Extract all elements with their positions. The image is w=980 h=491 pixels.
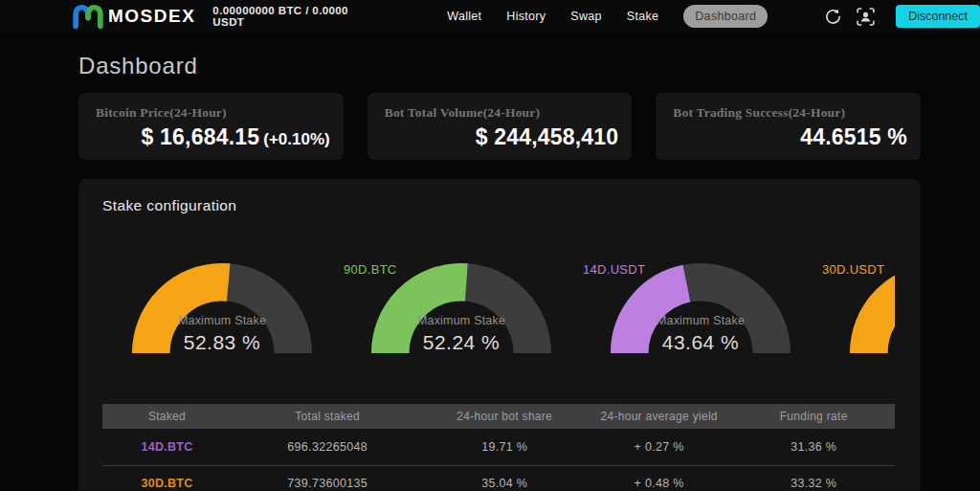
stat-card-trading-success: Bot Trading Success(24-Hour) 44.6515 % <box>656 93 921 160</box>
stats-row: Bitcoin Price(24-Hour) $ 16,684.15(+0.10… <box>78 93 921 160</box>
header-actions: Disconnect <box>823 5 980 28</box>
staked-asset-label: 30D.BTC <box>102 465 232 491</box>
stake-gauge: 90D.BTC Maximum Stake 52.24 % <box>342 249 581 378</box>
column-header-bot-share: 24-hour bot share <box>423 404 586 429</box>
mosdex-logo-icon <box>72 3 104 30</box>
nav-item-stake[interactable]: Stake <box>627 10 658 23</box>
column-header-average-yield: 24-hour average yield <box>586 404 732 429</box>
disconnect-button[interactable]: Disconnect <box>896 5 980 28</box>
stake-configuration-panel: Stake configuration Maximum Stake 52.83 … <box>78 179 921 491</box>
column-header-total-staked: Total staked <box>232 404 423 429</box>
stake-gauge: Maximum Stake 52.83 % <box>102 249 342 378</box>
average-yield-value: + 0.48 % <box>586 465 732 491</box>
stake-table: Staked Total staked 24-hour bot share 24… <box>102 404 895 491</box>
nav-item-swap[interactable]: Swap <box>570 10 601 23</box>
stat-change: (+0.10%) <box>263 130 329 148</box>
refresh-icon[interactable] <box>823 7 842 26</box>
account-scan-icon[interactable] <box>856 7 875 26</box>
stat-title: Bitcoin Price(24-Hour) <box>96 105 330 121</box>
table-row: 14D.BTC 696.32265048 19.71 % + 0.27 % 31… <box>102 429 895 465</box>
total-staked-value: 696.32265048 <box>232 429 423 465</box>
stake-gauge-carousel[interactable]: Maximum Stake 52.83 % 90D.BTC Maximum St… <box>102 249 895 378</box>
column-header-funding-rate: Funding rate <box>732 404 895 429</box>
staked-asset-label: 14D.BTC <box>102 429 232 465</box>
stat-card-bitcoin-price: Bitcoin Price(24-Hour) $ 16,684.15(+0.10… <box>78 93 344 160</box>
brand-name: MOSDEX <box>108 6 195 27</box>
funding-rate-value: 31.36 % <box>732 429 895 465</box>
nav-item-dashboard[interactable]: Dashboard <box>683 5 768 28</box>
gauge-caption: Maximum Stake <box>606 314 795 327</box>
bot-share-value: 35.04 % <box>423 465 586 491</box>
funding-rate-value: 33.32 % <box>732 465 895 491</box>
stat-card-bot-volume: Bot Total Volume(24-Hour) $ 244,458,410 <box>368 93 633 160</box>
stat-value: $ 16,684.15 <box>142 124 260 149</box>
stake-panel-title: Stake configuration <box>102 197 897 214</box>
gauge-value: 52.83 % <box>127 331 317 354</box>
gauge-value: 43.64 % <box>606 331 795 354</box>
total-staked-value: 739.73600135 <box>232 465 423 491</box>
main-content: Dashboard Bitcoin Price(24-Hour) $ 16,68… <box>78 53 921 491</box>
stake-gauge: 30D.USDT <box>820 249 895 378</box>
stat-value: $ 244,458,410 <box>476 124 619 149</box>
gauge-caption: Maximum Stake <box>127 314 317 327</box>
bot-share-value: 19.71 % <box>423 429 586 465</box>
nav-item-wallet[interactable]: Wallet <box>447 10 481 23</box>
page-title: Dashboard <box>78 53 921 79</box>
table-row: 30D.BTC 739.73600135 35.04 % + 0.48 % 33… <box>102 465 895 491</box>
main-nav: Wallet History Swap Stake Dashboard <box>447 5 768 28</box>
column-header-staked: Staked <box>102 404 232 429</box>
stat-value: 44.6515 % <box>800 124 907 149</box>
mosdex-logo[interactable]: MOSDEX <box>72 3 195 30</box>
wallet-balance: 0.00000000 BTC / 0.0000 USDT <box>212 5 374 28</box>
stat-title: Bot Trading Success(24-Hour) <box>673 105 907 121</box>
nav-item-history[interactable]: History <box>506 10 546 23</box>
gauge-value: 52.24 % <box>367 331 556 354</box>
average-yield-value: + 0.27 % <box>586 429 732 465</box>
stake-gauge: 14D.USDT Maximum Stake 43.64 % <box>581 249 820 378</box>
stake-table-header-row: Staked Total staked 24-hour bot share 24… <box>102 404 895 429</box>
top-navigation-bar: MOSDEX 0.00000000 BTC / 0.0000 USDT Wall… <box>0 0 980 33</box>
gauge-caption: Maximum Stake <box>367 314 556 327</box>
stat-title: Bot Total Volume(24-Hour) <box>385 105 619 121</box>
